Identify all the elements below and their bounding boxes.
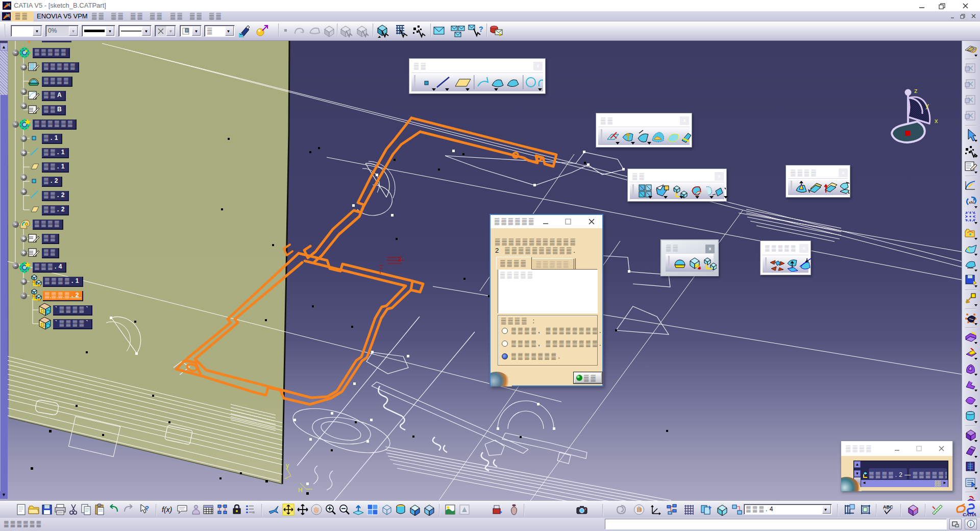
svg-text:y: y [925, 102, 929, 109]
svg-text:2: 2 [398, 256, 401, 262]
svg-text:z: z [914, 87, 918, 94]
svg-text:H: H [298, 487, 303, 494]
svg-text:y: y [286, 462, 289, 469]
svg-text:f(x): f(x) [162, 505, 172, 514]
svg-text:B: B [40, 308, 45, 315]
svg-text:B: B [40, 322, 45, 329]
svg-text:=: = [252, 510, 255, 515]
svg-text:xN: xN [969, 200, 974, 205]
svg-text:?: ? [479, 25, 483, 33]
svg-text:x: x [935, 117, 938, 125]
svg-text:?: ? [145, 504, 149, 512]
svg-text:i: i [970, 521, 971, 527]
svg-text:CATIA: CATIA [963, 512, 976, 517]
svg-text:ABC: ABC [883, 504, 893, 510]
